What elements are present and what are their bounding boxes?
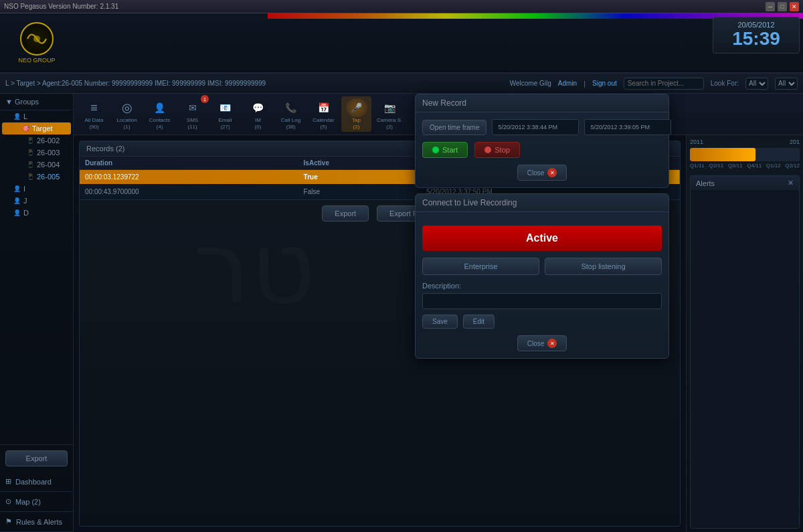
sms-icon: ✉: [182, 98, 203, 117]
listen-row: Enterprise Stop listening: [422, 258, 662, 275]
top-nav: L > Target > Agent:26-005 Number: 999999…: [0, 74, 803, 94]
live-recording-dialog-body: Active Enterprise Stop listening Descrip…: [416, 212, 668, 358]
groups-header: ▼ Groups: [0, 94, 73, 110]
svg-point-0: [33, 35, 40, 42]
call-log-icon: 📞: [280, 98, 302, 117]
timeline-year-right: 201: [790, 139, 800, 145]
signout-link[interactable]: Sign out: [592, 80, 617, 87]
breadcrumb: L > Target > Agent:26-005 Number: 999999…: [5, 80, 503, 87]
all-data-icon: ≡: [84, 98, 105, 117]
rules-icon: ⚑: [5, 517, 12, 526]
sidebar-item-26002[interactable]: 📱 26-002: [0, 135, 73, 147]
sidebar-item-i[interactable]: 👤 I: [0, 183, 73, 195]
col-isactive: IsActive: [298, 157, 422, 170]
sidebar-item-target[interactable]: 🎯 Target: [2, 122, 71, 135]
overlay-area: New Record Open time frame Start Stop: [415, 94, 669, 359]
live-close-row: Close ✕: [422, 335, 662, 351]
export-records-button[interactable]: Export: [322, 205, 369, 221]
timeline-bar[interactable]: [690, 148, 800, 161]
sms-badge: 1: [201, 95, 209, 103]
new-record-close-button[interactable]: Close ✕: [517, 165, 567, 181]
start-button[interactable]: Start: [422, 142, 468, 158]
sidebar-bottom: Export ⊞ Dashboard ⊙ Map (2) ⚑ Rules & A…: [0, 444, 73, 532]
phone-icon-3: 📱: [27, 161, 34, 168]
person-icon: 👤: [13, 113, 21, 120]
dashboard-icon: ⊞: [5, 477, 11, 486]
live-recording-dialog: Connect to Live Recording Active Enterpr…: [415, 193, 669, 359]
toolbar-sms[interactable]: ✉ 1 SMS(11): [177, 96, 207, 132]
rules-alerts-button[interactable]: ⚑ Rules & Alerts: [0, 512, 73, 532]
right-panel: 2011 201 Q1/11 Q2/11 Q3/11 Q4/11 Q1/12 Q…: [686, 135, 803, 532]
close-button[interactable]: ✕: [790, 2, 799, 11]
stop-listening-button[interactable]: Stop listening: [545, 258, 662, 275]
main-layout: ▼ Groups 👤 L 🎯 Target 📱 26-002 📱 26-003 …: [0, 94, 803, 532]
time-frame-row: Open time frame: [422, 119, 662, 135]
edit-button[interactable]: Edit: [463, 315, 495, 329]
sidebar-item-26005[interactable]: 📱 26-005: [0, 171, 73, 183]
admin-link[interactable]: Admin: [558, 80, 577, 87]
sidebar-item-d[interactable]: 👤 D: [0, 207, 73, 219]
toolbar-email[interactable]: 📧 Email(27): [210, 96, 240, 132]
look-for-select-all2[interactable]: All: [775, 78, 798, 90]
logo-group-text: NEO GROUP: [18, 57, 55, 64]
toolbar-call-log[interactable]: 📞 Call Log(38): [276, 96, 306, 132]
toolbar-im[interactable]: 💬 IM(0): [243, 96, 273, 132]
sidebar: ▼ Groups 👤 L 🎯 Target 📱 26-002 📱 26-003 …: [0, 94, 74, 532]
new-record-dialog: New Record Open time frame Start Stop: [415, 94, 669, 188]
description-label: Description:: [422, 282, 662, 290]
toolbar-tap[interactable]: 🎤 Tap(2): [341, 96, 371, 132]
toolbar-calendar[interactable]: 📅 Calendar(5): [308, 96, 339, 132]
phone-icon-4: 📱: [27, 173, 34, 180]
toolbar-contacts[interactable]: 👤 Contacts(4): [145, 96, 175, 132]
timeline-labels: Q1/11 Q2/11 Q3/11 Q4/11 Q1/12 Q2/12: [690, 163, 800, 169]
datetime-panel: 20/05/2012 15:39: [713, 17, 800, 54]
calendar-icon: 📅: [313, 98, 335, 117]
map-icon: ⊙: [5, 497, 11, 506]
camera-icon: 📷: [379, 98, 400, 117]
target-icon: 🎯: [22, 125, 29, 132]
open-time-frame-button[interactable]: Open time frame: [422, 120, 486, 135]
save-edit-row: Save Edit: [422, 315, 662, 329]
toolbar-camera[interactable]: 📷 Camera S.(2): [374, 96, 405, 132]
map-button[interactable]: ⊙ Map (2): [0, 492, 73, 512]
col-duration: Duration: [80, 157, 298, 170]
description-input[interactable]: [422, 293, 662, 309]
new-record-dialog-header: New Record: [416, 94, 668, 112]
close-row: Close ✕: [422, 165, 662, 181]
enterprise-button[interactable]: Enterprise: [422, 258, 539, 275]
close-circle-icon: ✕: [547, 168, 557, 177]
groups-expand-icon: ▼: [5, 98, 15, 106]
search-input[interactable]: [624, 78, 704, 90]
location-icon: ◎: [116, 98, 138, 117]
toolbar-location[interactable]: ◎ Location(1): [112, 96, 142, 132]
alerts-close-icon[interactable]: ✕: [788, 179, 794, 187]
sidebar-item-26004[interactable]: 📱 26-004: [0, 159, 73, 171]
stop-button[interactable]: Stop: [474, 142, 520, 158]
toolbar-all-data[interactable]: ≡ All Data(90): [79, 96, 109, 132]
person-icon-d: 👤: [13, 209, 21, 216]
sidebar-item-l[interactable]: 👤 L: [0, 110, 73, 122]
title-bar-text: NSO Pegasus Version Number: 2.1.31: [4, 3, 766, 10]
start-dot: [432, 147, 439, 153]
save-button[interactable]: Save: [422, 315, 458, 329]
welcome-text: Welcome Gilg: [510, 80, 551, 87]
person-icon-j: 👤: [13, 197, 21, 204]
look-for-select-all[interactable]: All: [745, 78, 768, 90]
sidebar-item-j[interactable]: 👤 J: [0, 195, 73, 207]
timeline-year-left: 2011: [690, 139, 703, 145]
live-recording-close-button[interactable]: Close ✕: [517, 335, 567, 351]
minimize-button[interactable]: ─: [766, 2, 775, 11]
dashboard-button[interactable]: ⊞ Dashboard: [0, 472, 73, 492]
maximize-button[interactable]: □: [778, 2, 787, 11]
im-icon: 💬: [248, 98, 269, 117]
cell-duration: 00:00:03.1239722: [80, 170, 298, 185]
time-from-input[interactable]: [492, 119, 579, 135]
title-bar: NSO Pegasus Version Number: 2.1.31 ─ □ ✕: [0, 0, 803, 13]
logo-circle: [20, 22, 54, 56]
time-to-input[interactable]: [584, 119, 671, 135]
header: NEO GROUP 20/05/2012 15:39: [0, 13, 803, 74]
export-button[interactable]: Export: [5, 450, 68, 466]
tap-icon: 🎤: [346, 98, 367, 117]
sidebar-item-26003[interactable]: 📱 26-003: [0, 147, 73, 159]
cell-isactive: True: [298, 170, 422, 185]
